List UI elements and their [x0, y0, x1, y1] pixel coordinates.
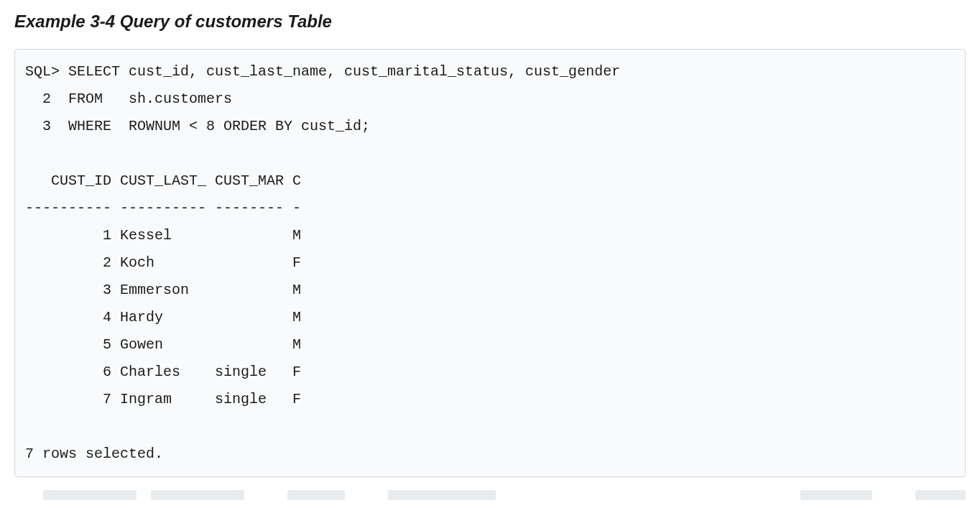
example-title: Example 3-4 Query of customers Table	[14, 11, 966, 32]
placeholder-block-6	[915, 490, 966, 500]
placeholder-block-1	[43, 490, 137, 500]
code-row-2: 2 Koch F	[25, 254, 301, 271]
placeholder-block-4	[388, 490, 496, 500]
code-pre: SQL> SELECT cust_id, cust_last_name, cus…	[25, 58, 955, 468]
placeholder-block-3	[287, 490, 345, 500]
code-row-5: 5 Gowen M	[25, 336, 301, 353]
code-row-6: 6 Charles single F	[25, 364, 301, 380]
code-line-2: 2 FROM sh.customers	[25, 91, 232, 107]
code-header: CUST_ID CUST_LAST_ CUST_MAR C	[25, 172, 301, 189]
code-row-7: 7 Ingram single F	[25, 391, 301, 407]
code-row-3: 3 Emmerson M	[25, 282, 301, 298]
code-line-1: SQL> SELECT cust_id, cust_last_name, cus…	[25, 63, 620, 80]
placeholder-block-2	[151, 490, 244, 500]
placeholder-row	[14, 490, 966, 500]
code-footer: 7 rows selected.	[25, 446, 163, 462]
code-row-4: 4 Hardy M	[25, 309, 301, 326]
placeholder-block-5	[800, 490, 872, 500]
code-block: SQL> SELECT cust_id, cust_last_name, cus…	[14, 49, 966, 477]
code-line-3: 3 WHERE ROWNUM < 8 ORDER BY cust_id;	[25, 118, 370, 134]
code-row-1: 1 Kessel M	[25, 227, 301, 244]
code-divider: ---------- ---------- -------- -	[25, 200, 301, 216]
